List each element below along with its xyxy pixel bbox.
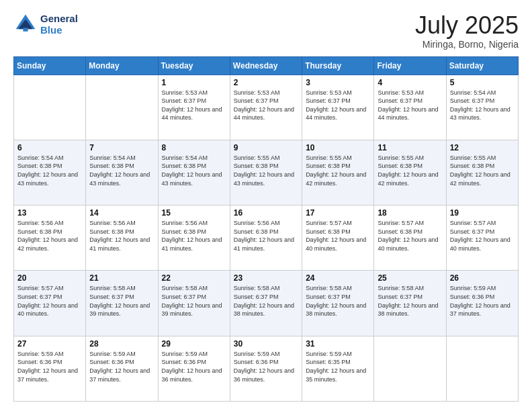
calendar-cell: 19Sunrise: 5:57 AMSunset: 6:37 PMDayligh… xyxy=(446,205,518,271)
day-number: 31 xyxy=(306,339,370,349)
calendar-cell: 10Sunrise: 5:55 AMSunset: 6:38 PMDayligh… xyxy=(302,140,374,205)
location: Miringa, Borno, Nigeria xyxy=(415,39,519,50)
day-number: 12 xyxy=(450,143,515,152)
header: General Blue July 2025 Miringa, Borno, N… xyxy=(13,12,519,50)
calendar-header-thursday: Thursday xyxy=(302,56,374,75)
day-number: 14 xyxy=(89,208,154,218)
calendar-cell: 22Sunrise: 5:58 AMSunset: 6:37 PMDayligh… xyxy=(158,271,230,336)
calendar-cell: 6Sunrise: 5:54 AMSunset: 6:38 PMDaylight… xyxy=(14,140,86,205)
day-info: Sunrise: 5:59 AMSunset: 6:36 PMDaylight:… xyxy=(17,350,82,383)
day-number: 29 xyxy=(162,339,226,349)
day-number: 1 xyxy=(162,78,226,87)
day-number: 23 xyxy=(234,273,298,283)
day-number: 17 xyxy=(306,208,370,218)
calendar-cell: 12Sunrise: 5:55 AMSunset: 6:38 PMDayligh… xyxy=(446,140,518,205)
day-info: Sunrise: 5:56 AMSunset: 6:38 PMDaylight:… xyxy=(162,219,226,253)
calendar-week-5: 27Sunrise: 5:59 AMSunset: 6:36 PMDayligh… xyxy=(14,336,519,401)
calendar-week-2: 6Sunrise: 5:54 AMSunset: 6:38 PMDaylight… xyxy=(14,140,519,205)
day-number: 7 xyxy=(89,143,154,152)
month-year: July 2025 xyxy=(415,12,519,39)
calendar-cell: 9Sunrise: 5:55 AMSunset: 6:38 PMDaylight… xyxy=(230,140,302,205)
calendar-cell: 26Sunrise: 5:59 AMSunset: 6:36 PMDayligh… xyxy=(446,271,518,336)
calendar-header-sunday: Sunday xyxy=(14,56,86,75)
logo-icon xyxy=(13,12,38,36)
calendar-header-saturday: Saturday xyxy=(446,56,518,75)
calendar-week-1: 1Sunrise: 5:53 AMSunset: 6:37 PMDaylight… xyxy=(14,75,519,140)
day-info: Sunrise: 5:57 AMSunset: 6:37 PMDaylight:… xyxy=(450,219,515,253)
day-number: 15 xyxy=(162,208,226,218)
day-info: Sunrise: 5:53 AMSunset: 6:37 PMDaylight:… xyxy=(306,89,370,122)
calendar-header-row: SundayMondayTuesdayWednesdayThursdayFrid… xyxy=(14,56,519,75)
calendar-cell: 14Sunrise: 5:56 AMSunset: 6:38 PMDayligh… xyxy=(86,205,158,271)
calendar-header-monday: Monday xyxy=(86,56,158,75)
day-number: 24 xyxy=(306,273,370,283)
calendar-cell xyxy=(374,336,446,401)
calendar-cell: 20Sunrise: 5:57 AMSunset: 6:37 PMDayligh… xyxy=(14,271,86,336)
day-number: 28 xyxy=(89,339,154,349)
day-number: 6 xyxy=(17,143,82,152)
day-info: Sunrise: 5:54 AMSunset: 6:37 PMDaylight:… xyxy=(450,89,515,122)
day-info: Sunrise: 5:59 AMSunset: 6:36 PMDaylight:… xyxy=(89,350,154,383)
calendar-header-wednesday: Wednesday xyxy=(230,56,302,75)
day-info: Sunrise: 5:58 AMSunset: 6:37 PMDaylight:… xyxy=(234,284,298,318)
calendar-cell: 24Sunrise: 5:58 AMSunset: 6:37 PMDayligh… xyxy=(302,271,374,336)
logo-text: General Blue xyxy=(40,13,78,36)
calendar-week-4: 20Sunrise: 5:57 AMSunset: 6:37 PMDayligh… xyxy=(14,271,519,336)
day-number: 30 xyxy=(234,339,298,349)
day-info: Sunrise: 5:58 AMSunset: 6:37 PMDaylight:… xyxy=(162,284,226,318)
calendar-cell: 30Sunrise: 5:59 AMSunset: 6:36 PMDayligh… xyxy=(230,336,302,401)
calendar-cell: 7Sunrise: 5:54 AMSunset: 6:38 PMDaylight… xyxy=(86,140,158,205)
day-info: Sunrise: 5:59 AMSunset: 6:36 PMDaylight:… xyxy=(450,284,515,318)
calendar-cell: 23Sunrise: 5:58 AMSunset: 6:37 PMDayligh… xyxy=(230,271,302,336)
day-number: 16 xyxy=(234,208,298,218)
calendar-cell: 28Sunrise: 5:59 AMSunset: 6:36 PMDayligh… xyxy=(86,336,158,401)
calendar-cell: 8Sunrise: 5:54 AMSunset: 6:38 PMDaylight… xyxy=(158,140,230,205)
calendar-cell: 16Sunrise: 5:56 AMSunset: 6:38 PMDayligh… xyxy=(230,205,302,271)
day-number: 4 xyxy=(378,78,442,87)
day-info: Sunrise: 5:59 AMSunset: 6:36 PMDaylight:… xyxy=(162,350,226,383)
calendar-cell: 18Sunrise: 5:57 AMSunset: 6:38 PMDayligh… xyxy=(374,205,446,271)
day-number: 5 xyxy=(450,78,515,87)
day-info: Sunrise: 5:55 AMSunset: 6:38 PMDaylight:… xyxy=(306,154,370,187)
day-info: Sunrise: 5:55 AMSunset: 6:38 PMDaylight:… xyxy=(234,154,298,187)
day-number: 26 xyxy=(450,273,515,283)
calendar-cell: 2Sunrise: 5:53 AMSunset: 6:37 PMDaylight… xyxy=(230,75,302,140)
day-info: Sunrise: 5:56 AMSunset: 6:38 PMDaylight:… xyxy=(17,219,82,253)
day-info: Sunrise: 5:53 AMSunset: 6:37 PMDaylight:… xyxy=(234,89,298,122)
calendar-header-friday: Friday xyxy=(374,56,446,75)
day-number: 10 xyxy=(306,143,370,152)
day-number: 25 xyxy=(378,273,442,283)
calendar-cell: 31Sunrise: 5:59 AMSunset: 6:35 PMDayligh… xyxy=(302,336,374,401)
day-info: Sunrise: 5:54 AMSunset: 6:38 PMDaylight:… xyxy=(162,154,226,187)
day-number: 13 xyxy=(17,208,82,218)
svg-rect-2 xyxy=(23,28,28,31)
day-info: Sunrise: 5:55 AMSunset: 6:38 PMDaylight:… xyxy=(378,154,442,187)
logo: General Blue xyxy=(13,12,78,36)
day-info: Sunrise: 5:57 AMSunset: 6:38 PMDaylight:… xyxy=(306,219,370,253)
calendar-cell: 27Sunrise: 5:59 AMSunset: 6:36 PMDayligh… xyxy=(14,336,86,401)
day-number: 3 xyxy=(306,78,370,87)
calendar-cell: 1Sunrise: 5:53 AMSunset: 6:37 PMDaylight… xyxy=(158,75,230,140)
day-number: 18 xyxy=(378,208,442,218)
calendar-cell: 25Sunrise: 5:58 AMSunset: 6:37 PMDayligh… xyxy=(374,271,446,336)
calendar-cell: 13Sunrise: 5:56 AMSunset: 6:38 PMDayligh… xyxy=(14,205,86,271)
calendar-table: SundayMondayTuesdayWednesdayThursdayFrid… xyxy=(13,56,519,402)
calendar-cell: 5Sunrise: 5:54 AMSunset: 6:37 PMDaylight… xyxy=(446,75,518,140)
day-number: 11 xyxy=(378,143,442,152)
day-number: 21 xyxy=(89,273,154,283)
calendar-cell xyxy=(446,336,518,401)
calendar-cell: 4Sunrise: 5:53 AMSunset: 6:37 PMDaylight… xyxy=(374,75,446,140)
day-info: Sunrise: 5:59 AMSunset: 6:35 PMDaylight:… xyxy=(306,350,370,383)
day-info: Sunrise: 5:59 AMSunset: 6:36 PMDaylight:… xyxy=(234,350,298,383)
calendar-cell xyxy=(14,75,86,140)
day-info: Sunrise: 5:58 AMSunset: 6:37 PMDaylight:… xyxy=(89,284,154,318)
calendar-cell: 21Sunrise: 5:58 AMSunset: 6:37 PMDayligh… xyxy=(86,271,158,336)
calendar-cell xyxy=(86,75,158,140)
day-info: Sunrise: 5:53 AMSunset: 6:37 PMDaylight:… xyxy=(378,89,442,122)
day-info: Sunrise: 5:53 AMSunset: 6:37 PMDaylight:… xyxy=(162,89,226,122)
day-info: Sunrise: 5:57 AMSunset: 6:38 PMDaylight:… xyxy=(378,219,442,253)
title-block: July 2025 Miringa, Borno, Nigeria xyxy=(415,12,519,50)
calendar-week-3: 13Sunrise: 5:56 AMSunset: 6:38 PMDayligh… xyxy=(14,205,519,271)
calendar-cell: 17Sunrise: 5:57 AMSunset: 6:38 PMDayligh… xyxy=(302,205,374,271)
day-number: 2 xyxy=(234,78,298,87)
